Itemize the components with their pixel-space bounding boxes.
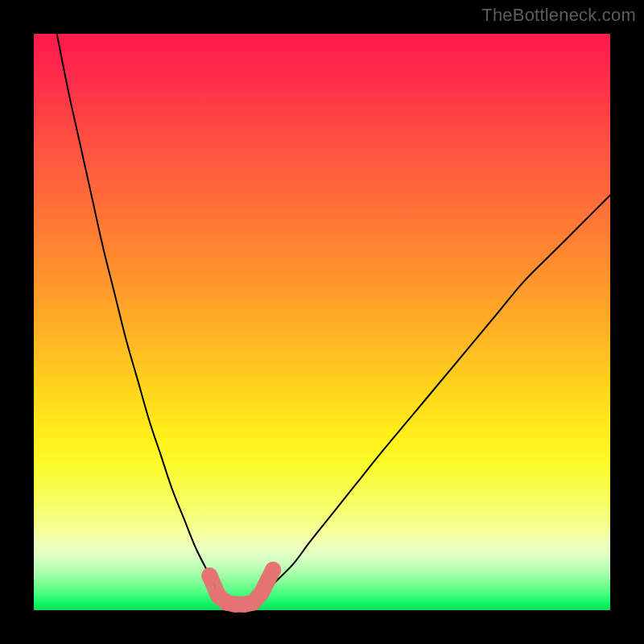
series-group <box>57 34 610 605</box>
watermark-text: TheBottleneck.com <box>481 5 636 26</box>
chart-frame: TheBottleneck.com <box>0 0 644 644</box>
marker-group <box>201 562 281 613</box>
series-left-branch <box>57 34 225 599</box>
plot-area <box>34 34 610 610</box>
series-right-branch <box>253 195 610 598</box>
marker-dot <box>265 562 281 578</box>
marker-dot <box>201 568 217 584</box>
chart-svg <box>34 34 610 610</box>
